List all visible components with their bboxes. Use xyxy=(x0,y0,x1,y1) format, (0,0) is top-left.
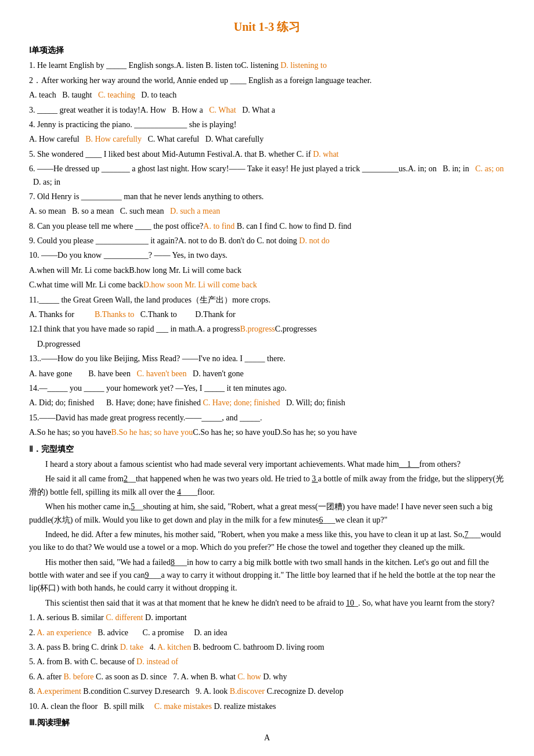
q10-a: A.when will Mr. Li come backB.how long M… xyxy=(29,264,505,277)
q7-options: A. so mean B. so a mean C. such mean D. … xyxy=(29,205,505,218)
cloze-q1: 1. A. serious B. similar C. different D.… xyxy=(29,611,505,624)
reading-label: A xyxy=(29,732,505,744)
q10: 10. ——Do you know ___________? —— Yes, i… xyxy=(29,249,505,262)
q1: 1. He learnt English by _____ English so… xyxy=(29,59,505,72)
q15: 15.——David has made great progress recen… xyxy=(29,412,505,424)
cloze-p1: He said it all came from2__that happened… xyxy=(29,473,505,499)
cloze-intro: I heard a story about a famous scientist… xyxy=(29,458,505,471)
cloze-q2: 2. A. an experience B. advice C. a promi… xyxy=(29,627,505,639)
q11-options: A. Thanks for B.Thanks to C.Thank to D.T… xyxy=(29,308,505,321)
cloze-p2: When his mother came in,5__shouting at h… xyxy=(29,501,505,527)
cloze-p5: This scientist then said that it was at … xyxy=(29,597,505,610)
q12: 12.I think that you have made so rapid _… xyxy=(29,323,505,336)
q15-options: A.So he has; so you haveB.So he has; so … xyxy=(29,426,505,439)
section-3-label: Ⅲ.阅读理解 xyxy=(29,717,505,729)
page-title: Unit 1-3 练习 xyxy=(29,17,505,36)
q3: 3. _____ great weather it is today!A. Ho… xyxy=(29,104,505,117)
q4-options: A. How careful B. How carefully C. What … xyxy=(29,133,505,146)
q10-b: C.what time will Mr. Li come backD.how s… xyxy=(29,279,505,291)
cloze-q3-4: 3. A. pass B. bring C. drink D. take 4. … xyxy=(29,641,505,654)
q2-options: A. teach B. taught C. teaching D. to tea… xyxy=(29,89,505,102)
q14: 14.—_____ you _____ your homework yet? —… xyxy=(29,382,505,395)
q12-b: D.progressed xyxy=(29,338,505,351)
q4: 4. Jenny is practicing the piano. ______… xyxy=(29,118,505,131)
cloze-p4: His mother then said, "We had a failed8_… xyxy=(29,556,505,595)
q2: 2．After working her way around the world… xyxy=(29,74,505,87)
cloze-q5: 5. A. from B. with C. because of D. inst… xyxy=(29,656,505,668)
cloze-q10: 10. A. clean the floor B. spill milk C. … xyxy=(29,700,505,713)
q13-options: A. have gone B. have been C. haven't bee… xyxy=(29,368,505,380)
section-1-label: Ⅰ单项选择 xyxy=(29,44,505,57)
q6: 6. ——He dressed up _______ a ghost last … xyxy=(29,163,505,189)
q11: 11._____ the Great Green Wall, the land … xyxy=(29,294,505,307)
cloze-q8: 8. A.experiment B.condition C.survey D.r… xyxy=(29,685,505,698)
q9: 9. Could you please _____________ it aga… xyxy=(29,235,505,247)
q14-options: A. Did; do; finished B. Have; done; have… xyxy=(29,397,505,409)
q13: 13..——How do you like Beijing, Miss Read… xyxy=(29,352,505,365)
q7: 7. Old Henry is __________ man that he n… xyxy=(29,190,505,203)
q5: 5. She wondered ____ I liked best about … xyxy=(29,148,505,161)
q8: 8. Can you please tell me where ____ the… xyxy=(29,220,505,233)
cloze-q6-7: 6. A. after B. before C. as soon as D. s… xyxy=(29,671,505,683)
section-2-label: Ⅱ．完型填空 xyxy=(29,443,505,456)
cloze-p3: Indeed, he did. After a few minutes, his… xyxy=(29,528,505,555)
